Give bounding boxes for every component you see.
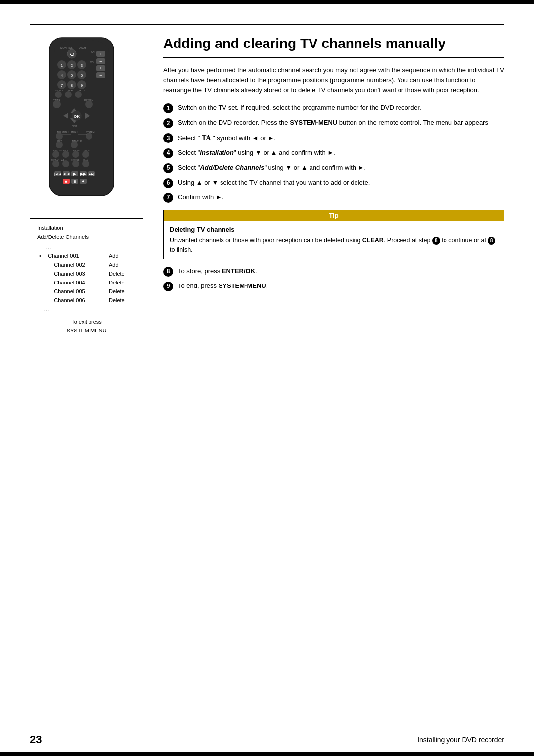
step-text: To store, press ENTER/OK. bbox=[178, 266, 504, 276]
remote-illustration: ⏻ MONITOR A/CH + CH – VOL bbox=[30, 35, 134, 203]
tip-body: Unwanted channels or those with poor rec… bbox=[170, 236, 498, 255]
screen-subtitle: Add/Delete Channels bbox=[37, 233, 136, 241]
step-text: Switch on the TV set. If required, selec… bbox=[178, 103, 504, 113]
svg-text:9: 9 bbox=[81, 83, 83, 88]
svg-point-37 bbox=[55, 91, 62, 98]
svg-text:–: – bbox=[99, 73, 102, 78]
svg-text:●: ● bbox=[82, 179, 84, 184]
step-number: 4 bbox=[163, 148, 173, 158]
step-number: 5 bbox=[163, 163, 173, 173]
svg-point-42 bbox=[53, 100, 61, 108]
svg-text:6: 6 bbox=[81, 73, 83, 78]
channel-action: Delete bbox=[109, 287, 136, 296]
channel-row: Channel 005Delete bbox=[37, 287, 136, 296]
svg-text:5: 5 bbox=[71, 73, 73, 78]
svg-text:■: ■ bbox=[65, 179, 68, 184]
step-text: Switch on the DVD recorder. Press the SY… bbox=[178, 118, 504, 128]
step-item: 8To store, press ENTER/OK. bbox=[163, 266, 504, 277]
svg-point-68 bbox=[72, 151, 79, 158]
svg-text:MUTE: MUTE bbox=[79, 89, 85, 92]
tip-title: Deleting TV channels bbox=[170, 225, 498, 235]
step-number: 1 bbox=[163, 103, 173, 113]
svg-text:◄◄: ◄◄ bbox=[62, 172, 70, 176]
step-item: 7Confirm with ►. bbox=[163, 192, 504, 203]
step-text: Select "Add/Delete Channels" using ▼ or … bbox=[178, 163, 504, 173]
top-bar bbox=[0, 0, 534, 4]
step-number: 3 bbox=[163, 133, 173, 143]
exit-line2: SYSTEM MENU bbox=[67, 328, 107, 333]
channel-name: Channel 001 bbox=[46, 252, 109, 261]
svg-text:A/CH: A/CH bbox=[79, 47, 86, 49]
svg-text:–: – bbox=[99, 59, 102, 64]
svg-point-38 bbox=[65, 91, 72, 98]
svg-text:1: 1 bbox=[61, 63, 63, 68]
channel-row: Channel 003Delete bbox=[37, 270, 136, 279]
intro-paragraph: After you have performed the automatic c… bbox=[163, 65, 504, 95]
svg-text:DISP: DISP bbox=[72, 125, 77, 128]
steps-list: 1Switch on the TV set. If required, sele… bbox=[163, 103, 504, 291]
channel-action: Delete bbox=[109, 270, 136, 279]
channel-bullet: • bbox=[37, 252, 46, 261]
step-text: Select " TA " symbol with ◄ or ►. bbox=[178, 133, 504, 143]
svg-point-39 bbox=[75, 91, 82, 98]
svg-text:MONITOR: MONITOR bbox=[60, 47, 73, 49]
svg-point-69 bbox=[82, 151, 89, 158]
channel-action: Add bbox=[109, 252, 136, 261]
step-number: 7 bbox=[163, 193, 173, 203]
svg-text:+: + bbox=[100, 52, 102, 56]
svg-text:2: 2 bbox=[71, 63, 73, 68]
dots-bottom: … bbox=[37, 305, 136, 314]
channel-row: Channel 002Add bbox=[37, 261, 136, 270]
svg-text:⏸: ⏸ bbox=[73, 180, 77, 183]
right-column: Adding and clearing TV channels manually… bbox=[163, 35, 504, 342]
main-layout: ⏻ MONITOR A/CH + CH – VOL bbox=[30, 35, 504, 342]
step-item: 5Select "Add/Delete Channels" using ▼ or… bbox=[163, 163, 504, 173]
channel-bullet bbox=[37, 261, 46, 270]
tip-content: Deleting TV channelsUnwanted channels or… bbox=[164, 221, 504, 259]
channel-bullet bbox=[37, 270, 46, 279]
step-number: 8 bbox=[163, 267, 173, 277]
screen-display-box: Installation Add/Delete Channels … •Chan… bbox=[30, 218, 143, 342]
svg-text:VOL: VOL bbox=[90, 61, 95, 64]
svg-text:OK: OK bbox=[74, 114, 80, 119]
svg-text:▶: ▶ bbox=[73, 172, 77, 176]
step-text: To end, press SYSTEM-MENU. bbox=[178, 281, 504, 291]
footer-subtitle: Installing your DVD recorder bbox=[417, 736, 504, 744]
channel-name: Channel 005 bbox=[46, 287, 109, 296]
svg-text:+: + bbox=[99, 66, 102, 71]
step-item: 1Switch on the TV set. If required, sele… bbox=[163, 103, 504, 113]
svg-text:⏻: ⏻ bbox=[70, 52, 74, 57]
svg-text:4: 4 bbox=[61, 73, 63, 78]
svg-text:SELECT: SELECT bbox=[55, 89, 63, 92]
step-number: 6 bbox=[163, 178, 173, 188]
step-item: 2Switch on the DVD recorder. Press the S… bbox=[163, 118, 504, 128]
svg-point-67 bbox=[62, 151, 69, 158]
svg-text:3: 3 bbox=[81, 63, 83, 68]
svg-point-1 bbox=[54, 39, 109, 61]
svg-point-74 bbox=[52, 160, 59, 167]
svg-text:▶▶: ▶▶ bbox=[80, 172, 87, 176]
svg-text:▶▶|: ▶▶| bbox=[89, 172, 94, 176]
exit-line1: To exit press bbox=[71, 319, 102, 325]
channel-action: Add bbox=[109, 261, 136, 270]
svg-text:MENU: MENU bbox=[71, 131, 77, 134]
step-text: Using ▲ or ▼ select the TV channel that … bbox=[178, 178, 504, 188]
step-text: Select "Installation" using ▼ or ▲ and c… bbox=[178, 148, 504, 158]
svg-point-53 bbox=[56, 133, 63, 140]
svg-text:8: 8 bbox=[71, 83, 73, 88]
step-item: 6Using ▲ or ▼ select the TV channel that… bbox=[163, 178, 504, 188]
svg-point-76 bbox=[72, 160, 79, 167]
svg-text:CH: CH bbox=[91, 51, 95, 53]
page-number: 23 bbox=[30, 733, 42, 746]
svg-point-61 bbox=[71, 142, 78, 148]
channel-name: Channel 002 bbox=[46, 261, 109, 270]
top-rule bbox=[30, 24, 504, 25]
channel-action: Delete bbox=[109, 279, 136, 287]
step-number: 9 bbox=[163, 282, 173, 291]
screen-title: Installation bbox=[37, 224, 136, 232]
svg-point-75 bbox=[62, 160, 69, 167]
tip-box: TipDeleting TV channelsUnwanted channels… bbox=[163, 210, 504, 259]
dots-top: … bbox=[39, 243, 136, 252]
page-title: Adding and clearing TV channels manually bbox=[163, 35, 504, 58]
step-item: 9To end, press SYSTEM-MENU. bbox=[163, 281, 504, 291]
